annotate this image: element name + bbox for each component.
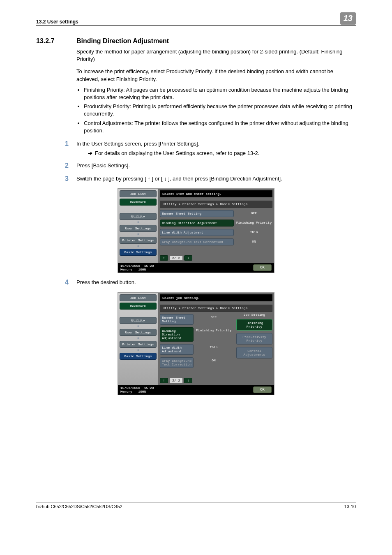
nav-sidebar: Job List Bookmark Utility ⬇ User Setting… <box>118 293 158 385</box>
utility-button[interactable]: Utility <box>120 317 157 324</box>
page-up-button[interactable]: ↑ <box>160 255 168 261</box>
page-down-button[interactable]: ↓ <box>184 378 192 383</box>
step-number-2: 2 <box>65 162 76 169</box>
job-list-button[interactable]: Job List <box>120 190 157 197</box>
page-up-button[interactable]: ↑ <box>160 378 168 383</box>
step-1-substep: ➔For details on displaying the User Sett… <box>88 150 356 156</box>
printer-panel-screenshot-2: Job List Bookmark Utility ⬇ User Setting… <box>118 292 274 395</box>
option-control-adjustments[interactable]: Control Adjustments <box>236 347 272 358</box>
section-number: 13.2.7 <box>36 37 76 45</box>
bookmark-button[interactable]: Bookmark <box>120 199 157 206</box>
line-width-adjustment-button[interactable]: Line Width Adjustment <box>160 344 194 355</box>
step-3-text: Switch the page by pressing [ ↑ ] or [ ↓… <box>76 175 356 183</box>
status-bar: 10/06/2008 15:20 Memory 100% <box>120 264 154 271</box>
page-down-button[interactable]: ↓ <box>184 255 192 261</box>
step-number-3: 3 <box>65 175 76 183</box>
page-number: 13-10 <box>344 504 356 509</box>
printer-settings-button[interactable]: Printer Settings <box>120 341 157 348</box>
gray-bg-text-correction-button[interactable]: Gray Background Text Correction <box>160 357 194 368</box>
running-header: 13.2 User settings <box>36 19 78 25</box>
prompt-message: Select item and enter setting. <box>160 190 272 197</box>
gray-bg-text-correction-button[interactable]: Gray Background Text Correction <box>160 238 234 245</box>
connector-icon: ⬇ <box>120 349 157 352</box>
bullet-productivity-priority: Productivity Priority: Printing is perfo… <box>84 103 356 118</box>
intro-paragraph-2: To increase the print efficiency, select… <box>76 68 356 83</box>
gray-bg-text-correction-value: ON <box>235 238 272 245</box>
banner-sheet-setting-button[interactable]: Banner Sheet Setting <box>160 210 234 217</box>
connector-icon: ⬇ <box>120 337 157 340</box>
line-width-adjustment-button[interactable]: Line Width Adjustment <box>160 229 234 236</box>
line-width-adjustment-value: Thin <box>195 344 232 355</box>
nav-sidebar: Job List Bookmark Utility ⬇ User Setting… <box>118 189 158 263</box>
gray-bg-text-correction-value: ON <box>195 357 232 368</box>
step-1-text: In the User Settings screen, press [Prin… <box>76 140 356 148</box>
binding-direction-adjustment-button[interactable]: Binding Direction Adjustment <box>160 327 194 342</box>
printer-panel-screenshot-1: Job List Bookmark Utility ⬇ User Setting… <box>118 188 274 273</box>
user-settings-button[interactable]: User Settings <box>120 225 157 232</box>
connector-icon: ⬇ <box>120 233 157 236</box>
option-finishing-priority[interactable]: Finishing Priority <box>236 319 272 331</box>
printer-settings-button[interactable]: Printer Settings <box>120 237 157 244</box>
step-number-1: 1 <box>65 140 76 148</box>
job-list-button[interactable]: Job List <box>120 294 157 301</box>
step-number-4: 4 <box>65 279 76 286</box>
connector-icon: ⬇ <box>120 245 157 247</box>
binding-direction-adjustment-button[interactable]: Binding Direction Adjustment <box>160 220 234 227</box>
step-4-text: Press the desired button. <box>76 279 356 286</box>
bullet-list: Finishing Priority: All pages can be pro… <box>76 86 356 134</box>
line-width-adjustment-value: Thin <box>235 229 272 236</box>
banner-sheet-setting-value: OFF <box>195 314 232 325</box>
basic-settings-button[interactable]: Basic Settings <box>120 249 157 256</box>
prompt-message: Select job setting. <box>160 294 272 301</box>
binding-direction-adjustment-value: Finishing Priority <box>235 220 272 227</box>
basic-settings-button[interactable]: Basic Settings <box>120 353 157 360</box>
banner-sheet-setting-value: OFF <box>235 210 272 217</box>
job-setting-title: Job Setting <box>236 313 272 317</box>
ok-button[interactable]: OK <box>253 264 272 271</box>
intro-paragraph-1: Specify the method for paper arrangement… <box>76 48 356 63</box>
ok-button[interactable]: OK <box>253 386 272 393</box>
banner-sheet-setting-button[interactable]: Banner Sheet Setting <box>160 314 194 325</box>
arrow-icon: ➔ <box>88 150 92 156</box>
utility-button[interactable]: Utility <box>120 213 157 220</box>
chapter-number-badge: 13 <box>340 12 356 25</box>
breadcrumb: Utility > Printer Settings > Basic Setti… <box>160 201 272 208</box>
breadcrumb: Utility > Printer Settings > Basic Setti… <box>160 305 272 312</box>
binding-direction-adjustment-value: Finishing Priority <box>195 327 232 342</box>
page-indicator: 2/ 2 <box>170 256 182 260</box>
section-title: Binding Direction Adjustment <box>76 37 169 45</box>
status-bar: 10/06/2008 15:20 Memory 100% <box>120 386 154 393</box>
bullet-control-adjustments: Control Adjustments: The printer follows… <box>84 120 356 134</box>
user-settings-button[interactable]: User Settings <box>120 329 157 336</box>
bookmark-button[interactable]: Bookmark <box>120 303 157 310</box>
footer-model: bizhub C652/C652DS/C552/C552DS/C452 <box>36 504 122 509</box>
step-2-text: Press [Basic Settings]. <box>76 162 356 169</box>
job-setting-panel: Job Setting Finishing Priority Productiv… <box>236 312 272 383</box>
bullet-finishing-priority: Finishing Priority: All pages can be pro… <box>84 86 356 101</box>
connector-icon: ⬇ <box>120 325 157 328</box>
page-indicator: 2/ 2 <box>170 378 182 383</box>
option-productivity-priority[interactable]: Productivity Priority <box>236 333 272 345</box>
connector-icon: ⬇ <box>120 221 157 224</box>
